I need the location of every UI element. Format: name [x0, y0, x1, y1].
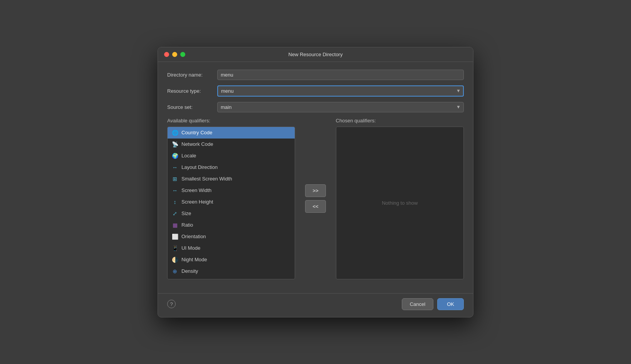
remove-qualifier-button[interactable]: << [305, 200, 326, 213]
maximize-button[interactable] [180, 52, 185, 57]
available-qualifiers-list[interactable]: 🌐 Country Code 📡 Network Code 🌍 Locale ↔… [167, 127, 295, 279]
list-item[interactable]: ⊞ Smallest Screen Width [168, 173, 295, 185]
transfer-buttons: >> << [301, 118, 329, 279]
dialog: New Resource Directory Directory name: R… [158, 47, 473, 317]
smallest-screen-width-icon: ⊞ [171, 175, 178, 182]
screen-height-icon: ↕ [171, 199, 178, 205]
source-set-select[interactable]: main test androidTest [217, 102, 464, 112]
source-set-row: Source set: main test androidTest ▼ [167, 102, 464, 112]
minimize-button[interactable] [172, 52, 177, 57]
locale-icon: 🌍 [171, 152, 178, 159]
resource-type-row: Resource type: menu layout drawable valu… [167, 85, 464, 97]
list-item[interactable]: 📡 Network Code [168, 139, 295, 150]
list-item[interactable]: 🌐 Country Code [168, 127, 295, 139]
list-item[interactable]: ↕ Screen Height [168, 196, 295, 208]
qualifier-label: UI Mode [181, 245, 200, 251]
list-item[interactable]: ↔ Layout Direction [168, 162, 295, 173]
resource-type-label: Resource type: [167, 88, 217, 94]
qualifier-label: Layout Direction [181, 164, 218, 170]
layout-direction-icon: ↔ [171, 164, 178, 171]
window-title: New Resource Directory [289, 52, 343, 57]
list-item[interactable]: ⤢ Size [168, 208, 295, 219]
qualifier-label: Night Mode [181, 257, 207, 262]
resource-type-select[interactable]: menu layout drawable values [217, 85, 464, 97]
resource-type-wrapper: menu layout drawable values ▼ [217, 85, 464, 97]
qualifier-label: Smallest Screen Width [181, 176, 232, 182]
qualifier-label: Orientation [181, 234, 206, 239]
qualifier-label: Country Code [181, 130, 212, 135]
list-item[interactable]: 🌗 Night Mode [168, 254, 295, 265]
available-qualifiers-label: Available qualifiers: [167, 118, 295, 124]
qualifier-label: Size [181, 210, 191, 216]
qualifier-label: Screen Height [181, 199, 213, 205]
source-set-label: Source set: [167, 104, 217, 110]
available-qualifiers-panel: Available qualifiers: 🌐 Country Code 📡 N… [167, 118, 295, 279]
dialog-footer: ? Cancel OK [158, 293, 473, 317]
list-item[interactable]: ⬜ Orientation [168, 231, 295, 242]
dialog-body: Directory name: Resource type: menu layo… [158, 62, 473, 293]
list-item[interactable]: ▦ Ratio [168, 219, 295, 231]
night-mode-icon: 🌗 [171, 256, 178, 263]
chosen-qualifiers-panel: Chosen qualifiers: Nothing to show [336, 118, 464, 279]
list-item[interactable]: ↔ Screen Width [168, 185, 295, 196]
ui-mode-icon: 📱 [171, 245, 178, 252]
network-code-icon: 📡 [171, 141, 178, 148]
density-icon: ⊕ [171, 268, 178, 275]
qualifier-label: Density [181, 268, 198, 274]
qualifier-label: Ratio [181, 222, 193, 228]
orientation-icon: ⬜ [171, 233, 178, 240]
list-item[interactable]: ⊕ Density [168, 265, 295, 277]
qualifiers-section: Available qualifiers: 🌐 Country Code 📡 N… [167, 118, 464, 279]
add-qualifier-button[interactable]: >> [305, 184, 326, 197]
list-item[interactable]: 🌍 Locale [168, 150, 295, 162]
ok-button[interactable]: OK [437, 298, 464, 310]
empty-state-text: Nothing to show [382, 200, 418, 206]
title-bar: New Resource Directory [158, 47, 473, 62]
screen-width-icon: ↔ [171, 187, 178, 194]
qualifier-label: Network Code [181, 141, 213, 147]
close-button[interactable] [164, 52, 169, 57]
ratio-icon: ▦ [171, 222, 178, 229]
window-controls [164, 52, 185, 57]
source-set-wrapper: main test androidTest ▼ [217, 102, 464, 112]
qualifier-label: Screen Width [181, 187, 211, 193]
directory-name-row: Directory name: [167, 70, 464, 80]
help-button[interactable]: ? [167, 300, 176, 308]
country-code-icon: 🌐 [171, 129, 178, 136]
chosen-qualifiers-label: Chosen qualifiers: [336, 118, 464, 124]
directory-name-label: Directory name: [167, 72, 217, 78]
cancel-button[interactable]: Cancel [402, 298, 433, 310]
qualifier-label: Locale [181, 153, 196, 159]
list-item[interactable]: 📱 UI Mode [168, 242, 295, 254]
footer-actions: Cancel OK [402, 298, 464, 310]
directory-name-input[interactable] [217, 70, 464, 80]
chosen-qualifiers-list: Nothing to show [336, 127, 464, 279]
size-icon: ⤢ [171, 210, 178, 217]
